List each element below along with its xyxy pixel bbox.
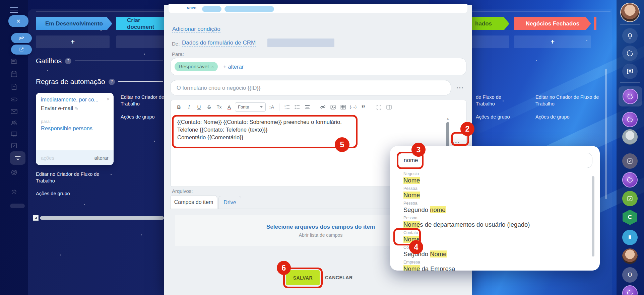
quote-button[interactable]: ” [359, 102, 368, 112]
edit-workflow-link[interactable]: Editar no Criador de Trabalho [121, 94, 165, 107]
sidebar-item-tasks[interactable] [10, 142, 18, 149]
close-panel-button[interactable]: ✕ [8, 15, 28, 27]
sidebar-item-board[interactable] [10, 131, 18, 138]
recipients-field[interactable]: Responsável × + alterar [170, 58, 466, 75]
sidebar-item-people[interactable] [10, 119, 18, 127]
open-external-button[interactable] [11, 45, 32, 55]
clear-format-button[interactable]: Tx [215, 102, 223, 112]
add-deal-button[interactable] [472, 35, 509, 48]
add-deal-button[interactable]: + [36, 35, 110, 48]
save-button[interactable]: SALVAR [286, 270, 320, 285]
scroll-up-icon[interactable]: ▲ [446, 117, 449, 120]
messenger-button[interactable] [622, 64, 638, 79]
bullet-list-button[interactable] [293, 102, 302, 112]
sidebar-item-marketing[interactable] [10, 169, 18, 176]
subject-more-button[interactable]: ... [456, 82, 464, 90]
ordered-list-button[interactable]: 12 [283, 102, 292, 112]
c-app-button[interactable]: C [623, 210, 637, 225]
copilot-button[interactable] [622, 46, 638, 61]
stage-criar-documento[interactable]: Criar document [116, 17, 164, 30]
sidebar-item-more[interactable] [10, 204, 25, 208]
help-icon[interactable]: ? [109, 79, 115, 85]
italic-button[interactable]: I [185, 102, 193, 112]
font-size-button[interactable]: ↕A [267, 102, 276, 112]
sidebar-item-calendar[interactable] [10, 70, 18, 78]
fullscreen-button[interactable] [375, 102, 383, 112]
copilot-app-button[interactable] [622, 285, 638, 295]
font-select[interactable]: Fonte [235, 102, 266, 112]
tasks-green-button[interactable] [622, 191, 638, 206]
field-item[interactable]: Pessoa Nomes de departamentos do usuário… [403, 216, 584, 228]
rule-when-link[interactable]: imediatamente, por co... [41, 97, 99, 103]
change-link[interactable]: alterar [94, 155, 109, 161]
group-actions-link[interactable]: Ações de grupo [121, 114, 155, 120]
copilot-app-button[interactable] [622, 112, 638, 127]
dropdown-scrollbar[interactable] [592, 176, 594, 256]
field-item[interactable]: Pessoa Nome [403, 186, 584, 199]
group-actions-link[interactable]: Ações de grupo [476, 114, 510, 120]
sidebar-item-crm-selected[interactable] [10, 151, 25, 165]
field-item-contato-nome[interactable]: Contato Nome [403, 230, 584, 243]
close-icon[interactable]: × [107, 96, 110, 102]
sidebar-item-drive[interactable] [10, 96, 18, 103]
align-button[interactable] [303, 102, 312, 112]
option-chip[interactable] [224, 6, 274, 12]
field-item[interactable]: Negocio Nome [403, 171, 584, 184]
automation-rule-card[interactable]: imediatamente, por co... × Enviar e-mail… [36, 93, 114, 165]
contact-avatar[interactable] [622, 129, 638, 145]
menu-icon[interactable] [10, 7, 18, 13]
link-button[interactable] [319, 102, 327, 112]
stage-em-desenvolvimento[interactable]: Em Desenvolvimento [36, 17, 112, 30]
edit-workflow-link[interactable]: Editar no Criador de Fluxo de Trabalho [36, 171, 106, 184]
stage-negocios-fechados[interactable]: Negócios Fechados [514, 17, 591, 30]
group-actions-link[interactable]: Ações de grupo [36, 190, 70, 197]
sidebar-item-mail[interactable] [10, 108, 18, 115]
notifications-button[interactable] [622, 28, 638, 44]
group-actions-link[interactable]: Ações de grupo [535, 114, 570, 120]
sidebar-item-feed[interactable] [10, 58, 18, 65]
tab-campos-do-item[interactable]: Campos do item [170, 195, 217, 209]
underline-button[interactable]: U [195, 102, 203, 112]
add-condition-link[interactable]: Adicionar condição [172, 26, 220, 33]
bookmark-app-button[interactable] [622, 230, 638, 245]
text-color-button[interactable]: A [225, 102, 234, 112]
email-body-text[interactable]: {{Contato: Nome}} {{Contato: Sobrenome}}… [171, 114, 466, 145]
add-deal-button[interactable]: + [514, 35, 591, 48]
bold-button[interactable]: B [175, 102, 183, 112]
link-button[interactable] [11, 33, 32, 43]
contact-avatar[interactable] [622, 248, 638, 264]
edit-pencil-icon[interactable]: ✎ [75, 106, 79, 111]
tab-drive[interactable]: Drive [218, 196, 241, 209]
open-fields-list-link[interactable]: Abrir lista de campos [299, 232, 343, 238]
remove-recipient-icon[interactable]: × [211, 64, 214, 69]
editor-more-button[interactable]: ... [452, 137, 460, 145]
cancel-button[interactable]: CANCELAR [325, 275, 353, 280]
stage-ganhados[interactable]: hados [472, 17, 509, 30]
field-item[interactable]: Contato Segundo Nome [403, 245, 584, 258]
sidebar-item-settings[interactable] [10, 188, 18, 196]
horizontal-scrollbar[interactable] [40, 216, 164, 220]
scroll-left-button[interactable]: ◀ [33, 215, 39, 221]
rule-recipients-link[interactable]: Responsible persons [41, 125, 109, 132]
layout-columns-button[interactable] [385, 102, 393, 112]
table-button[interactable] [339, 102, 347, 112]
change-recipients-link[interactable]: + alterar [223, 64, 244, 70]
field-item[interactable]: Pessoa Segundo nome [403, 201, 584, 214]
image-button[interactable] [329, 102, 337, 112]
o-app-button[interactable]: O [622, 267, 638, 283]
edit-workflow-link[interactable]: de Fluxo de Trabalho [476, 94, 516, 107]
actions-link[interactable]: ações [41, 155, 54, 161]
subject-input[interactable] [171, 80, 451, 95]
option-chip[interactable] [202, 6, 221, 12]
sidebar-item-documents[interactable] [10, 83, 18, 90]
help-icon[interactable]: ? [65, 58, 71, 64]
vertical-scrollbar[interactable] [605, 69, 607, 199]
insert-field-button[interactable]: ⟨···⟩ [349, 102, 358, 112]
recipient-chip[interactable]: Responsável × [175, 62, 218, 71]
user-avatar[interactable] [620, 3, 640, 22]
field-item[interactable]: Empresa Nome da Empresa [403, 260, 584, 271]
field-search-input[interactable] [398, 153, 592, 168]
copilot-app-button[interactable] [622, 172, 638, 188]
strikethrough-button[interactable]: S [205, 102, 213, 112]
edit-workflow-link[interactable]: Editar no Criador de Fluxo de Trabalho [535, 94, 609, 107]
